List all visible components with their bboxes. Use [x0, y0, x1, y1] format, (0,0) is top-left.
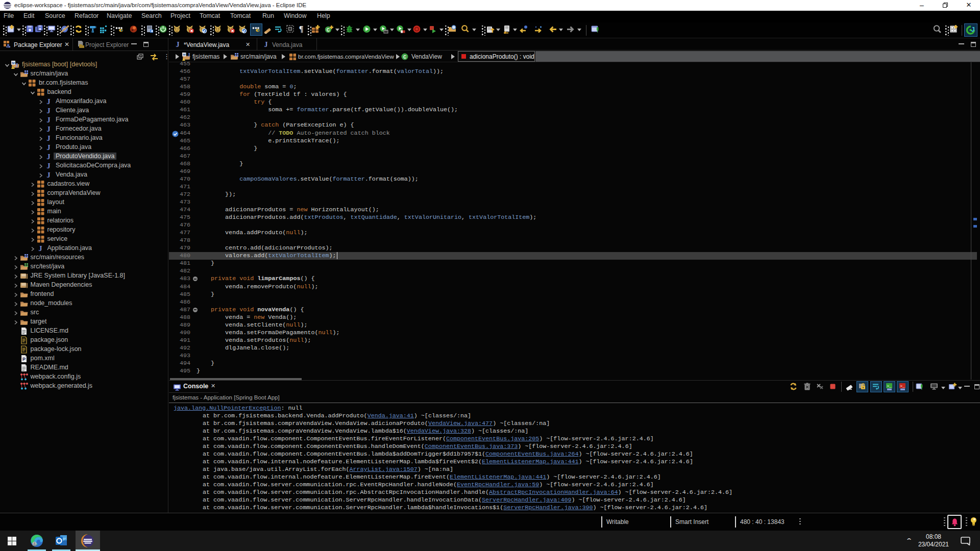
svg-text:J: J	[47, 162, 51, 170]
svg-text:J: J	[47, 116, 51, 124]
svg-text:C: C	[403, 55, 406, 60]
svg-text:J: J	[47, 171, 51, 179]
svg-text:!: !	[13, 66, 14, 69]
svg-text:J: J	[47, 153, 51, 161]
svg-text:J: J	[47, 107, 51, 115]
svg-text:>_: >_	[887, 384, 892, 388]
svg-text:M: M	[183, 53, 185, 56]
svg-text:J: J	[47, 98, 51, 106]
svg-text:J: J	[188, 53, 190, 58]
svg-text:¶: ¶	[299, 24, 304, 33]
svg-text:J: J	[38, 245, 42, 253]
svg-text:P: P	[22, 357, 25, 362]
svg-text:J: J	[15, 62, 18, 69]
svg-text:J: J	[971, 26, 974, 33]
svg-text:J: J	[176, 41, 180, 48]
svg-text:J: J	[47, 126, 51, 133]
svg-text:J: J	[264, 41, 268, 48]
svg-text:>_: >_	[900, 384, 905, 388]
svg-text:M: M	[12, 61, 15, 65]
svg-text:C: C	[327, 27, 330, 33]
svg-text:J: J	[47, 135, 51, 142]
svg-text:J: J	[47, 144, 51, 152]
